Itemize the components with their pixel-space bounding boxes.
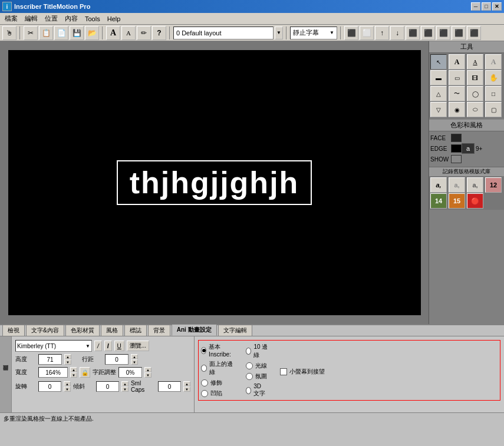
lean-down[interactable]: ▼	[121, 386, 129, 392]
width-input[interactable]: 164%	[38, 367, 68, 378]
tab-color[interactable]: 色彩材質	[65, 325, 100, 336]
linespace-up[interactable]: ▲	[131, 354, 138, 359]
tb-help-btn[interactable]: ?	[152, 26, 166, 40]
menu-tools[interactable]: Tools	[81, 14, 104, 24]
font-select[interactable]: Kimberley (TT) ▼	[15, 340, 92, 352]
canvas[interactable]: thjhgjjghjh	[8, 50, 421, 315]
rotate-spin[interactable]: ▲ ▼	[64, 381, 71, 392]
height-input[interactable]: 71	[38, 354, 62, 365]
tab-text-content[interactable]: 文字&內容	[26, 325, 64, 336]
charspace-input[interactable]: 0%	[118, 367, 142, 378]
lean-input[interactable]: 0	[96, 381, 119, 392]
radio-edge-face-btn[interactable]	[201, 365, 207, 372]
tb-save-btn[interactable]: 💾	[70, 26, 84, 40]
radio-light-btn[interactable]	[246, 362, 253, 369]
tool-tri2[interactable]: ▽	[430, 102, 447, 117]
linespace-spin[interactable]: ▲ ▼	[131, 354, 138, 365]
linespace-input[interactable]: 0	[105, 354, 129, 365]
tab-view[interactable]: 檢視	[2, 325, 25, 336]
italic-btn[interactable]: /	[94, 341, 102, 351]
smlcaps-down[interactable]: ▼	[183, 386, 190, 392]
tab-logo[interactable]: 標誌	[124, 325, 147, 336]
tb-icon6[interactable]: ⬛	[452, 26, 466, 40]
smlcaps-spin[interactable]: ▲ ▼	[183, 381, 190, 392]
tb-down-btn[interactable]: ↓	[390, 26, 404, 40]
radio-atmo-btn[interactable]	[246, 373, 253, 380]
style-btn-3[interactable]: 12	[485, 177, 502, 193]
tb-icon7[interactable]: ⬛	[467, 26, 481, 40]
menu-content[interactable]: 內容	[61, 13, 81, 24]
tool-arrow[interactable]: ↖	[430, 54, 447, 70]
lock-btn[interactable]: 🔒	[80, 367, 90, 378]
radio-10edge-btn[interactable]	[246, 348, 251, 355]
layout-dropdown-btn[interactable]: ▼	[275, 27, 283, 39]
rotate-down[interactable]: ▼	[64, 386, 71, 392]
tb-icon3[interactable]: ⬛	[406, 26, 420, 40]
tab-style[interactable]: 風格	[101, 325, 123, 336]
width-up[interactable]: ▲	[70, 367, 77, 372]
blur-btn[interactable]: 瀏覽...	[127, 341, 149, 351]
menu-edit[interactable]: 編輯	[21, 13, 41, 24]
tool-hand[interactable]: ✋	[485, 70, 502, 85]
tb-icon1[interactable]: ⬛	[344, 26, 358, 40]
tool-textA2[interactable]: A	[467, 54, 483, 70]
charspace-down[interactable]: ▼	[144, 372, 151, 378]
tool-rect3[interactable]: □	[485, 86, 502, 101]
rotate-input[interactable]: 0	[38, 381, 61, 392]
charspace-up[interactable]: ▲	[144, 367, 151, 372]
tool-textA1[interactable]: A	[449, 54, 465, 70]
tab-bg[interactable]: 背景	[148, 325, 170, 336]
radio-3d-btn[interactable]	[246, 387, 251, 394]
tb-icon2[interactable]: ⬜	[360, 26, 374, 40]
charspace-spin[interactable]: ▲ ▼	[144, 367, 151, 378]
tool-tri[interactable]: △	[430, 86, 447, 101]
menu-help[interactable]: Help	[104, 14, 124, 24]
rotate-up[interactable]: ▲	[64, 381, 71, 386]
maximize-button[interactable]: □	[482, 2, 491, 11]
height-down[interactable]: ▼	[64, 359, 71, 365]
show-swatch[interactable]	[451, 155, 462, 163]
font-drop-arrow[interactable]: ▼	[85, 343, 90, 349]
style-btn-2[interactable]: a,	[467, 177, 483, 193]
lean-spin[interactable]: ▲ ▼	[121, 381, 129, 392]
small-screen-checkbox[interactable]	[280, 368, 287, 375]
smlcaps-input[interactable]: 0	[158, 381, 181, 392]
face-swatch[interactable]	[451, 134, 462, 142]
tb-pen-btn[interactable]: ✏	[137, 26, 151, 40]
tab-text-edit[interactable]: 文字編輯	[218, 325, 252, 336]
tb-open-btn[interactable]: 📂	[85, 26, 99, 40]
tool-textA3[interactable]: A	[485, 54, 502, 70]
style-btn-1[interactable]: a,	[449, 177, 465, 193]
static-drop-arrow[interactable]: ▼	[330, 30, 334, 35]
tool-circ2[interactable]: ◉	[449, 102, 465, 117]
radio-indent-btn[interactable]	[201, 390, 208, 397]
tb-paste-btn[interactable]: 📄	[54, 26, 68, 40]
bold-btn[interactable]: I	[104, 341, 112, 351]
tool-film[interactable]: 🎞	[467, 70, 483, 85]
menu-file[interactable]: 檔案	[1, 13, 21, 24]
tool-rect2[interactable]: ▭	[449, 70, 465, 85]
tb-cut-btn[interactable]: ✂	[24, 26, 38, 40]
tb-textA-btn[interactable]: A	[121, 26, 136, 40]
linespace-down[interactable]: ▼	[131, 359, 138, 365]
tool-rect1[interactable]: ▬	[430, 70, 447, 85]
tb-icon5[interactable]: ⬛	[436, 26, 450, 40]
tb-up-btn[interactable]: ↑	[375, 26, 389, 40]
tb-copy-btn[interactable]: 📋	[39, 26, 53, 40]
style-btn-6[interactable]: 🔴	[467, 193, 483, 209]
minimize-button[interactable]: ─	[471, 2, 480, 11]
close-button[interactable]: ✕	[492, 2, 502, 11]
radio-decor-btn[interactable]	[201, 379, 208, 386]
width-spin[interactable]: ▲ ▼	[70, 367, 77, 378]
tb-text-btn[interactable]: A	[106, 26, 120, 40]
height-spin[interactable]: ▲ ▼	[64, 354, 71, 365]
underline-btn[interactable]: U	[114, 341, 124, 351]
tool-circle1[interactable]: ◯	[467, 86, 483, 101]
tb-icon4[interactable]: ⬛	[421, 26, 435, 40]
tab-ani[interactable]: Ani 動畫設定	[172, 324, 217, 336]
smlcaps-up[interactable]: ▲	[183, 381, 190, 386]
tool-wave[interactable]: 〜	[449, 86, 465, 101]
color-letter-a[interactable]: a	[462, 143, 475, 154]
style-btn-0[interactable]: a,	[430, 177, 447, 193]
height-up[interactable]: ▲	[64, 354, 71, 359]
